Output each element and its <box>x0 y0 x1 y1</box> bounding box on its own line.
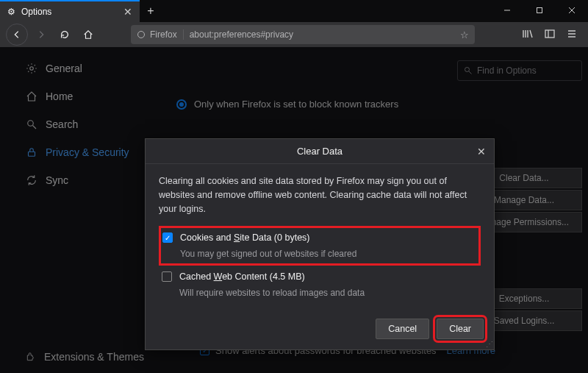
url-bar[interactable]: Firefox about:preferences#privacy ☆ <box>131 25 475 44</box>
window-titlebar: ⚙ Options ✕ + <box>0 0 588 22</box>
app-menu-icon[interactable] <box>566 28 578 42</box>
dialog-title-bar: Clear Data ✕ <box>146 139 494 164</box>
browser-tab-options[interactable]: ⚙ Options ✕ <box>0 0 140 22</box>
bookmark-star-icon[interactable]: ☆ <box>460 29 469 40</box>
nav-toolbar: Firefox about:preferences#privacy ☆ <box>0 22 588 47</box>
window-controls <box>491 0 588 21</box>
close-tab-icon[interactable]: ✕ <box>123 6 132 18</box>
new-tab-button[interactable]: + <box>140 0 162 22</box>
minimize-button[interactable] <box>491 0 523 21</box>
cancel-button[interactable]: Cancel <box>376 319 429 339</box>
svg-rect-1 <box>537 8 542 13</box>
url-text: about:preferences#privacy <box>190 29 293 40</box>
library-icon[interactable] <box>522 28 534 42</box>
close-window-button[interactable] <box>556 0 588 21</box>
home-button[interactable] <box>78 24 98 45</box>
dialog-intro-text: Clearing all cookies and site data store… <box>159 174 481 216</box>
option-cached-web-content[interactable]: Cached Web Content (4.5 MB) Will require… <box>159 266 481 304</box>
clear-button[interactable]: Clear <box>437 319 484 339</box>
back-button[interactable] <box>6 24 28 46</box>
site-identity[interactable]: Firefox <box>137 29 184 40</box>
dialog-footer: Cancel Clear ⋰ <box>146 311 494 349</box>
option-label: Cookies and Site Data (0 bytes) <box>180 231 356 245</box>
svg-rect-5 <box>545 30 554 38</box>
dialog-body: Clearing all cookies and site data store… <box>146 164 494 311</box>
option-description: You may get signed out of websites if cl… <box>180 247 356 260</box>
maximize-button[interactable] <box>523 0 556 21</box>
option-cookies-site-data[interactable]: Cookies and Site Data (0 bytes) You may … <box>159 226 481 266</box>
checkbox-icon[interactable] <box>162 271 172 282</box>
tab-title: Options <box>21 7 118 17</box>
firefox-icon <box>137 30 146 39</box>
sidebar-toggle-icon[interactable] <box>544 28 556 42</box>
forward-button[interactable] <box>31 24 51 45</box>
clear-data-dialog: Clear Data ✕ Clearing all cookies and si… <box>145 138 495 350</box>
option-description: Will require websites to reload images a… <box>179 286 365 299</box>
svg-point-4 <box>138 32 145 38</box>
reload-button[interactable] <box>54 24 75 45</box>
gear-icon: ⚙ <box>7 7 15 17</box>
option-label: Cached Web Content (4.5 MB) <box>179 270 365 284</box>
dialog-title: Clear Data <box>297 146 343 157</box>
dialog-close-button[interactable]: ✕ <box>475 145 488 158</box>
identity-label: Firefox <box>150 29 177 40</box>
resize-grip-icon[interactable]: ⋰ <box>486 340 491 348</box>
checkbox-icon[interactable] <box>162 232 173 243</box>
